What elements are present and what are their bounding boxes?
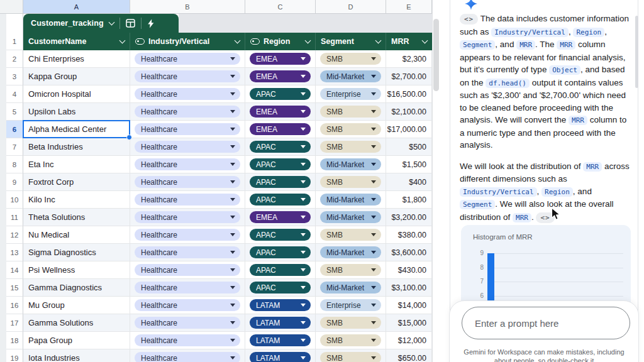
segment-pill[interactable]: SMB: [320, 352, 381, 362]
dropdown-arrow-icon[interactable]: [301, 110, 306, 113]
region-cell[interactable]: APAC: [245, 244, 316, 261]
dropdown-arrow-icon[interactable]: [230, 304, 235, 307]
segment-pill[interactable]: SMB: [320, 334, 381, 346]
row-number[interactable]: 11: [6, 209, 23, 226]
region-cell[interactable]: EMEA: [245, 103, 316, 121]
industry-cell[interactable]: Healthcare: [130, 103, 245, 121]
dropdown-arrow-icon[interactable]: [230, 92, 235, 96]
customername-cell[interactable]: Mu Group: [23, 297, 130, 314]
dropdown-arrow-icon[interactable]: [371, 216, 376, 219]
header-region[interactable]: Region: [245, 33, 316, 50]
dropdown-arrow-icon[interactable]: [371, 75, 376, 78]
region-pill[interactable]: EMEA: [250, 211, 311, 223]
segment-cell[interactable]: SMB: [316, 226, 386, 244]
industry-cell[interactable]: Healthcare: [130, 191, 245, 209]
industry-pill[interactable]: Healthcare: [135, 141, 240, 153]
dropdown-arrow-icon[interactable]: [301, 75, 306, 78]
row-number[interactable]: 2: [6, 50, 23, 68]
code-block-toggle-chip[interactable]: <>: [460, 14, 478, 25]
dropdown-arrow-icon[interactable]: [301, 145, 306, 148]
chevron-down-icon[interactable]: [375, 38, 382, 44]
mrr-cell[interactable]: $3,600.00: [386, 244, 432, 261]
region-pill[interactable]: LATAM: [250, 317, 311, 329]
header-mrr[interactable]: MRR: [386, 33, 432, 50]
region-cell[interactable]: LATAM: [245, 297, 316, 314]
industry-pill[interactable]: Healthcare: [135, 123, 240, 135]
region-cell[interactable]: EMEA: [245, 68, 316, 85]
segment-pill[interactable]: Enterprise: [320, 299, 381, 311]
industry-pill[interactable]: Healthcare: [135, 106, 240, 118]
industry-cell[interactable]: Healthcare: [130, 261, 245, 279]
industry-cell[interactable]: Healthcare: [130, 332, 245, 349]
dropdown-arrow-icon[interactable]: [371, 163, 376, 166]
region-pill[interactable]: APAC: [250, 282, 311, 293]
dropdown-arrow-icon[interactable]: [301, 251, 306, 254]
row-number[interactable]: 12: [6, 226, 23, 244]
region-cell[interactable]: EMEA: [245, 121, 316, 138]
region-pill[interactable]: EMEA: [250, 70, 311, 82]
region-cell[interactable]: APAC: [245, 226, 316, 244]
dropdown-arrow-icon[interactable]: [230, 145, 235, 148]
industry-pill[interactable]: Healthcare: [135, 282, 240, 293]
region-pill[interactable]: EMEA: [250, 53, 311, 65]
region-cell[interactable]: APAC: [245, 138, 316, 156]
dropdown-arrow-icon[interactable]: [371, 251, 376, 254]
dropdown-arrow-icon[interactable]: [371, 145, 376, 148]
chevron-down-icon[interactable]: [422, 38, 428, 44]
industry-pill[interactable]: Healthcare: [135, 317, 240, 329]
dropdown-arrow-icon[interactable]: [301, 268, 306, 272]
mrr-cell[interactable]: $14,000: [386, 297, 432, 314]
dropdown-arrow-icon[interactable]: [230, 180, 235, 184]
dropdown-arrow-icon[interactable]: [371, 180, 376, 184]
customername-cell[interactable]: Omicron Hospital: [23, 85, 130, 103]
column-header-e[interactable]: E: [386, 0, 432, 14]
segment-pill[interactable]: Mid-Market: [320, 70, 381, 82]
column-header-c[interactable]: C: [245, 0, 316, 14]
dropdown-arrow-icon[interactable]: [301, 304, 306, 307]
row-number[interactable]: 13: [6, 244, 23, 261]
region-cell[interactable]: LATAM: [245, 332, 316, 349]
selected-cell-customername[interactable]: Alpha Medical Center: [23, 121, 130, 138]
dropdown-arrow-icon[interactable]: [371, 110, 376, 113]
segment-cell[interactable]: SMB: [316, 138, 386, 156]
region-pill[interactable]: APAC: [250, 229, 311, 241]
industry-pill[interactable]: Healthcare: [135, 88, 240, 100]
chevron-down-icon[interactable]: [108, 19, 114, 26]
dropdown-arrow-icon[interactable]: [301, 233, 306, 236]
region-cell[interactable]: APAC: [245, 156, 316, 173]
industry-pill[interactable]: Healthcare: [135, 158, 240, 170]
dropdown-arrow-icon[interactable]: [371, 268, 376, 272]
customername-cell[interactable]: Psi Wellness: [23, 261, 130, 279]
row-number[interactable]: 6: [6, 121, 23, 138]
dropdown-arrow-icon[interactable]: [230, 286, 235, 289]
segment-cell[interactable]: Enterprise: [316, 297, 386, 314]
segment-cell[interactable]: SMB: [316, 261, 386, 279]
region-pill[interactable]: EMEA: [250, 106, 311, 118]
customername-cell[interactable]: Iota Industries: [23, 349, 130, 362]
row-number[interactable]: 8: [6, 156, 23, 173]
region-cell[interactable]: LATAM: [245, 314, 316, 332]
segment-cell[interactable]: SMB: [316, 50, 386, 68]
region-cell[interactable]: EMEA: [245, 209, 316, 226]
segment-cell[interactable]: Mid-Market: [316, 279, 386, 297]
panel-scrollbar-thumb[interactable]: [635, 16, 638, 88]
mrr-cell[interactable]: $16,500.00: [386, 85, 432, 103]
row-number[interactable]: 5: [6, 103, 23, 121]
segment-cell[interactable]: Mid-Market: [316, 68, 386, 85]
prompt-input[interactable]: Enter a prompt here: [462, 307, 630, 339]
segment-cell[interactable]: SMB: [316, 332, 386, 349]
row-number[interactable]: 9: [6, 173, 23, 191]
sheet-corner[interactable]: [0, 0, 23, 14]
customername-cell[interactable]: Gamma Diagnostics: [23, 279, 130, 297]
row-number[interactable]: 19: [6, 349, 23, 362]
industry-pill[interactable]: Healthcare: [135, 211, 240, 223]
row-number[interactable]: 15: [6, 279, 23, 297]
segment-pill[interactable]: SMB: [320, 141, 381, 153]
segment-cell[interactable]: Mid-Market: [316, 156, 386, 173]
industry-cell[interactable]: Healthcare: [130, 226, 245, 244]
row-number[interactable]: 14: [6, 261, 23, 279]
mrr-cell[interactable]: $500: [386, 138, 432, 156]
header-industry-vertical[interactable]: Industry/Vertical: [130, 33, 245, 50]
segment-pill[interactable]: Mid-Market: [320, 282, 381, 293]
industry-pill[interactable]: Healthcare: [135, 264, 240, 276]
